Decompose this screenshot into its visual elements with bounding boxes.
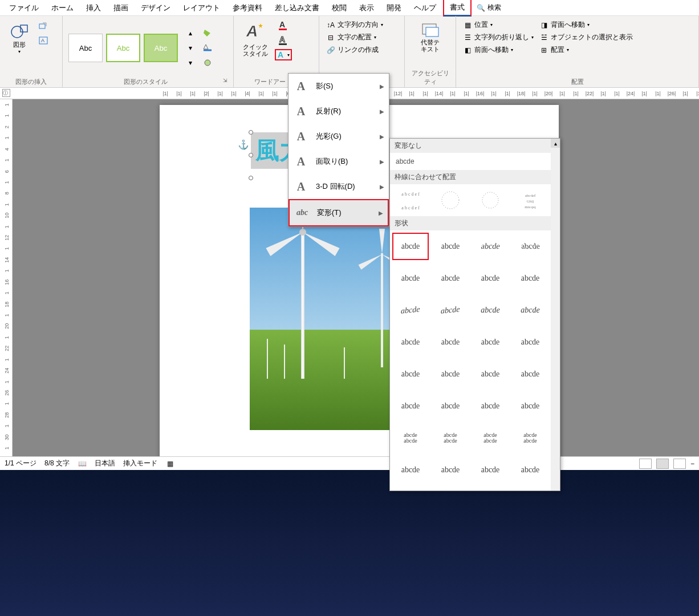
- warp-shape-7[interactable]: abcde: [512, 265, 548, 292]
- warp-shape-15[interactable]: abcde: [512, 329, 548, 356]
- warp-shape-31[interactable]: abcde: [512, 456, 548, 484]
- ruler-corner[interactable]: ⓛ: [2, 89, 10, 97]
- selection-pane-button[interactable]: ☱オブジェクトの選択と表示: [538, 32, 634, 43]
- warp-shape-1[interactable]: abcde: [432, 233, 469, 260]
- style-sample-2[interactable]: Abc: [106, 34, 140, 62]
- style-sample-3[interactable]: Abc: [144, 34, 178, 62]
- dropdown-item-5[interactable]: abc変形(T)▶: [288, 199, 389, 226]
- menu-view[interactable]: 表示: [353, 1, 380, 15]
- status-page[interactable]: 1/1 ページ: [5, 459, 36, 468]
- warp-shape-5[interactable]: abcde: [432, 265, 469, 292]
- warp-shape-12[interactable]: abcde: [392, 329, 429, 356]
- warp-shape-17[interactable]: abcde: [432, 360, 469, 388]
- warp-frame-2[interactable]: abcdefghijklm: [432, 187, 469, 214]
- quick-style-button[interactable]: A クイック スタイル: [239, 19, 271, 59]
- align-button[interactable]: ⊞配置 ▾: [538, 44, 634, 55]
- warp-shape-2[interactable]: abcde: [472, 233, 509, 260]
- warp-shape-9[interactable]: abcde: [432, 297, 469, 324]
- view-read-button[interactable]: [639, 459, 652, 469]
- dropdown-item-0[interactable]: A影(S)▶: [288, 74, 389, 99]
- status-words[interactable]: 8/8 文字: [44, 459, 70, 468]
- warp-shape-19[interactable]: abcde: [512, 360, 548, 388]
- warp-shape-10[interactable]: abcde: [472, 297, 509, 324]
- bring-forward-button[interactable]: ◧前面へ移動 ▾: [462, 44, 535, 55]
- warp-shape-4[interactable]: abcde: [392, 265, 429, 292]
- warp-shape-28[interactable]: abcde: [392, 456, 429, 484]
- resize-handle-w[interactable]: [249, 153, 253, 157]
- view-print-button[interactable]: [656, 459, 669, 469]
- menu-file[interactable]: ファイル: [3, 1, 44, 15]
- ruler-vertical[interactable]: 1121416181101121141161181201221241261281…: [0, 99, 13, 487]
- menu-home[interactable]: ホーム: [46, 1, 79, 15]
- menu-developer[interactable]: 開発: [381, 1, 407, 15]
- menu-design[interactable]: デザイン: [135, 1, 176, 15]
- warp-shape-20[interactable]: abcde: [392, 392, 429, 420]
- menu-help[interactable]: ヘルプ: [408, 1, 442, 15]
- warp-shape-26[interactable]: abcdeabcde: [472, 424, 509, 452]
- style-sample-1[interactable]: Abc: [68, 34, 103, 62]
- inserted-image[interactable]: [250, 208, 401, 430]
- warp-shape-23[interactable]: abcde: [512, 392, 548, 420]
- shape-fill-button[interactable]: [201, 27, 214, 39]
- gallery-none-item[interactable]: abcde: [390, 153, 560, 170]
- warp-shape-18[interactable]: abcde: [472, 360, 509, 388]
- shape-effects-button[interactable]: [201, 56, 214, 69]
- warp-shape-11[interactable]: abcde: [512, 297, 548, 324]
- edit-shape-button[interactable]: [36, 19, 50, 32]
- scroll-up-button[interactable]: ▴: [551, 139, 560, 148]
- menu-layout[interactable]: レイアウト: [177, 1, 226, 15]
- shapes-button[interactable]: 図形 ▾: [6, 19, 33, 56]
- warp-shape-21[interactable]: abcde: [432, 392, 469, 420]
- warp-shape-24[interactable]: abcdeabcde: [392, 424, 429, 452]
- menu-format[interactable]: 書式: [443, 0, 472, 17]
- status-mode[interactable]: 挿入モード: [123, 459, 157, 468]
- warp-shape-3[interactable]: abcde: [512, 233, 548, 260]
- warp-shape-30[interactable]: abcde: [472, 456, 509, 484]
- create-link-button[interactable]: 🔗リンクの作成: [325, 44, 384, 55]
- align-text-button[interactable]: ⊟文字の配置 ▾: [325, 32, 384, 43]
- warp-shape-25[interactable]: abcdeabcde: [432, 424, 469, 452]
- macro-icon[interactable]: ▦: [165, 459, 174, 468]
- menu-draw[interactable]: 描画: [108, 1, 134, 15]
- view-web-button[interactable]: [673, 459, 686, 469]
- text-outline-button[interactable]: A: [277, 34, 290, 47]
- status-language[interactable]: 日本語: [95, 459, 115, 468]
- send-backward-button[interactable]: ◨背面へ移動 ▾: [538, 19, 634, 30]
- warp-shape-29[interactable]: abcde: [432, 456, 469, 484]
- text-box-button[interactable]: A: [36, 34, 50, 47]
- wrap-text-button[interactable]: ☰文字列の折り返し ▾: [462, 32, 535, 43]
- warp-shape-14[interactable]: abcde: [472, 329, 509, 356]
- resize-handle-sw[interactable]: [249, 176, 253, 180]
- warp-frame-1[interactable]: a b c d e fa b c d e f: [392, 187, 429, 214]
- zoom-out[interactable]: −: [690, 460, 694, 468]
- menu-insert[interactable]: 挿入: [80, 1, 107, 15]
- menu-review[interactable]: 校閲: [326, 1, 352, 15]
- dropdown-item-1[interactable]: A反射(R)▶: [288, 99, 389, 124]
- menu-mailings[interactable]: 差し込み文書: [269, 1, 325, 15]
- shape-outline-button[interactable]: [201, 42, 214, 54]
- warp-shape-6[interactable]: abcde: [472, 265, 509, 292]
- spelling-icon[interactable]: 📖: [78, 459, 87, 468]
- resize-handle-nw[interactable]: [249, 130, 253, 135]
- warp-shape-22[interactable]: abcde: [472, 392, 509, 420]
- warp-shape-13[interactable]: abcde: [432, 329, 469, 356]
- menu-references[interactable]: 参考資料: [227, 1, 268, 15]
- dropdown-item-2[interactable]: A光彩(G)▶: [288, 124, 389, 149]
- text-fill-button[interactable]: A: [277, 19, 290, 32]
- gallery-scrollbar[interactable]: ▴: [551, 139, 560, 491]
- gallery-more-button[interactable]: ▾: [184, 56, 197, 69]
- gallery-down-button[interactable]: ▾: [184, 42, 197, 54]
- dropdown-item-3[interactable]: A面取り(B)▶: [288, 149, 389, 174]
- warp-frame-3[interactable]: [472, 187, 509, 214]
- gallery-up-button[interactable]: ▴: [184, 27, 197, 39]
- warp-shape-0[interactable]: abcde: [392, 233, 429, 260]
- alt-text-button[interactable]: 代替テ キスト: [417, 19, 444, 55]
- warp-shape-27[interactable]: abcdeabcde: [512, 424, 548, 452]
- position-button[interactable]: ▦位置 ▾: [462, 19, 535, 30]
- text-direction-button[interactable]: ↕A文字列の方向 ▾: [325, 19, 384, 30]
- menu-search[interactable]: 🔍 検索: [476, 3, 501, 13]
- dropdown-item-4[interactable]: A3-D 回転(D)▶: [288, 174, 389, 199]
- warp-frame-4[interactable]: abcdefGhijmnopq: [512, 187, 548, 214]
- warp-shape-16[interactable]: abcde: [392, 360, 429, 388]
- text-effects-button[interactable]: A▾: [275, 49, 292, 60]
